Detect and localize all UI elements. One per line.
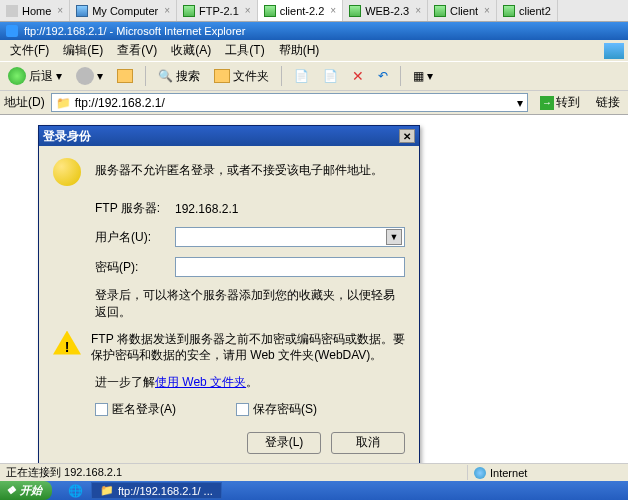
- address-bar: 地址(D) 📁 ftp://192.168.2.1/ ▾ →转到 链接: [0, 91, 628, 115]
- undo-icon: ↶: [378, 69, 388, 83]
- status-zone: Internet: [468, 467, 628, 479]
- warning-icon: !: [53, 331, 81, 355]
- tab-label: WEB-2.3: [365, 5, 409, 17]
- taskbar: ❖开始 🌐 📁ftp://192.168.2.1/ ...: [0, 481, 628, 500]
- forward-button[interactable]: ▾: [72, 65, 107, 87]
- dialog-note-favorites: 登录后，可以将这个服务器添加到您的收藏夹，以便轻易返回。: [95, 287, 405, 321]
- close-icon[interactable]: ×: [415, 5, 421, 16]
- chevron-down-icon[interactable]: ▼: [386, 229, 402, 245]
- forward-icon: [76, 67, 94, 85]
- move-button[interactable]: 📄: [290, 67, 313, 85]
- dialog-note-security: FTP 将数据发送到服务器之前不加密或编码密码或数据。要保护密码和数据的安全，请…: [91, 331, 405, 365]
- window-title-bar: ftp://192.168.2.1/ - Microsoft Internet …: [0, 22, 628, 40]
- ie-icon: 📁: [100, 484, 114, 497]
- close-icon[interactable]: ×: [330, 5, 336, 16]
- monitor-icon: [503, 5, 515, 17]
- quicklaunch-icon[interactable]: 🌐: [64, 484, 87, 498]
- monitor-icon: [264, 5, 276, 17]
- undo-button[interactable]: ↶: [374, 67, 392, 85]
- vm-tab-web23[interactable]: WEB-2.3×: [343, 0, 428, 21]
- start-button[interactable]: ❖开始: [0, 481, 52, 500]
- vm-tab-client[interactable]: Client×: [428, 0, 497, 21]
- toolbar: 后退▾ ▾ 🔍搜索 文件夹 📄 📄 ✕ ↶ ▦▾: [0, 61, 628, 91]
- menu-edit[interactable]: 编辑(E): [57, 40, 109, 61]
- links-button[interactable]: 链接: [592, 92, 624, 113]
- tab-label: My Computer: [92, 5, 158, 17]
- checkbox-icon[interactable]: [95, 403, 108, 416]
- address-value: ftp://192.168.2.1/: [75, 96, 165, 110]
- login-button[interactable]: 登录(L): [247, 432, 321, 454]
- checkbox-icon[interactable]: [236, 403, 249, 416]
- window-title: ftp://192.168.2.1/ - Microsoft Internet …: [24, 25, 245, 37]
- status-text: 正在连接到 192.168.2.1: [0, 465, 468, 480]
- chevron-down-icon[interactable]: ▾: [517, 96, 523, 110]
- close-icon[interactable]: ×: [484, 5, 490, 16]
- delete-button[interactable]: ✕: [348, 66, 368, 86]
- dialog-close-button[interactable]: ✕: [399, 129, 415, 143]
- tab-label: client-2.2: [280, 5, 325, 17]
- move-icon: 📄: [294, 69, 309, 83]
- learn-more-text: 进一步了解使用 Web 文件夹。: [95, 374, 405, 391]
- delete-icon: ✕: [352, 68, 364, 84]
- dialog-title-bar[interactable]: 登录身份 ✕: [39, 126, 419, 146]
- save-password-check[interactable]: 保存密码(S): [236, 401, 317, 418]
- dialog-title: 登录身份: [43, 128, 91, 145]
- server-value: 192.168.2.1: [175, 202, 405, 216]
- throbber-icon: [604, 43, 624, 59]
- server-label: FTP 服务器:: [95, 200, 175, 217]
- chevron-down-icon: ▾: [56, 69, 62, 83]
- username-input[interactable]: ▼: [175, 227, 405, 247]
- folders-button[interactable]: 文件夹: [210, 66, 273, 87]
- taskbar-task-ie[interactable]: 📁ftp://192.168.2.1/ ...: [91, 482, 222, 499]
- separator: [281, 66, 282, 86]
- vm-tab-mycomputer[interactable]: My Computer×: [70, 0, 177, 21]
- search-button[interactable]: 🔍搜索: [154, 66, 204, 87]
- back-button[interactable]: 后退▾: [4, 65, 66, 87]
- status-bar: 正在连接到 192.168.2.1 Internet: [0, 463, 628, 481]
- copy-icon: 📄: [323, 69, 338, 83]
- folder-icon: [214, 69, 230, 83]
- ie-icon: [6, 25, 18, 37]
- tab-label: Client: [450, 5, 478, 17]
- back-icon: [8, 67, 26, 85]
- monitor-icon: [349, 5, 361, 17]
- key-icon: [53, 158, 85, 190]
- home-icon: [6, 5, 18, 17]
- views-button[interactable]: ▦▾: [409, 67, 437, 85]
- up-button[interactable]: [113, 67, 137, 85]
- tab-label: FTP-2.1: [199, 5, 239, 17]
- address-label: 地址(D): [4, 94, 45, 111]
- close-icon[interactable]: ×: [245, 5, 251, 16]
- vm-tab-client2[interactable]: client2: [497, 0, 558, 21]
- menu-tools[interactable]: 工具(T): [219, 40, 270, 61]
- chevron-down-icon: ▾: [97, 69, 103, 83]
- username-label: 用户名(U):: [95, 229, 175, 246]
- close-icon[interactable]: ×: [57, 5, 63, 16]
- anonymous-login-check[interactable]: 匿名登录(A): [95, 401, 176, 418]
- menu-view[interactable]: 查看(V): [111, 40, 163, 61]
- separator: [145, 66, 146, 86]
- separator: [400, 66, 401, 86]
- password-label: 密码(P):: [95, 259, 175, 276]
- folder-up-icon: [117, 69, 133, 83]
- vm-tab-ftp21[interactable]: FTP-2.1×: [177, 0, 258, 21]
- search-icon: 🔍: [158, 69, 173, 83]
- windows-icon: ❖: [6, 484, 16, 497]
- dialog-message: 服务器不允许匿名登录，或者不接受该电子邮件地址。: [95, 158, 383, 179]
- password-input[interactable]: [175, 257, 405, 277]
- content-area: 登录身份 ✕ 服务器不允许匿名登录，或者不接受该电子邮件地址。 FTP 服务器:…: [0, 115, 628, 463]
- go-button[interactable]: →转到: [534, 92, 586, 113]
- address-input[interactable]: 📁 ftp://192.168.2.1/ ▾: [51, 93, 528, 112]
- vm-tab-home[interactable]: Home×: [0, 0, 70, 21]
- menu-file[interactable]: 文件(F): [4, 40, 55, 61]
- monitor-icon: [183, 5, 195, 17]
- copy-button[interactable]: 📄: [319, 67, 342, 85]
- cancel-button[interactable]: 取消: [331, 432, 405, 454]
- vm-tab-client22[interactable]: client-2.2×: [258, 0, 343, 21]
- close-icon[interactable]: ×: [164, 5, 170, 16]
- menu-favorites[interactable]: 收藏(A): [165, 40, 217, 61]
- go-icon: →: [540, 96, 554, 110]
- menu-help[interactable]: 帮助(H): [273, 40, 326, 61]
- globe-icon: [474, 467, 486, 479]
- webdav-link[interactable]: 使用 Web 文件夹: [155, 375, 246, 389]
